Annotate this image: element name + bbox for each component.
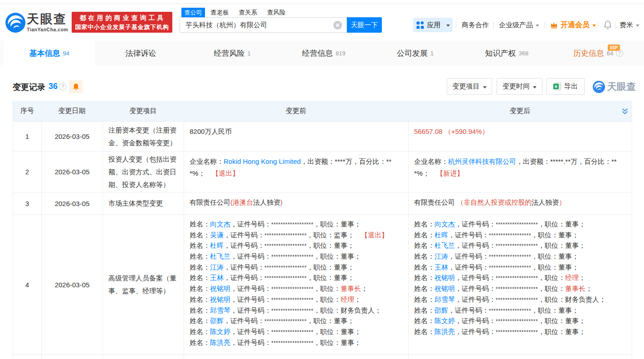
user-menu[interactable]: 费米 bbox=[620, 20, 639, 30]
row1-after: 56657.08 （+590.94%） bbox=[408, 122, 632, 151]
row4-before: 姓名：向文杰，证件号码：******************，职位：董事；姓名：… bbox=[184, 215, 408, 354]
table-row-2: 2 2026-03-05 投资人变更（包括出资额、出资方式、出资日期、投资人名称… bbox=[13, 152, 632, 192]
entity-link[interactable]: 王林 bbox=[434, 263, 448, 271]
text-segment: ，证件号码： bbox=[455, 241, 496, 249]
vip-menu[interactable]: 开通会员 bbox=[550, 20, 596, 30]
tab-basic-info[interactable]: 基本信息 94 bbox=[4, 41, 95, 65]
record-line: 姓名：王林，证件号码：******************，职位：董事； bbox=[190, 272, 403, 283]
entity-link[interactable]: 江涛 bbox=[210, 263, 224, 271]
entity-link[interactable]: Rokid Hong Kong Limited bbox=[224, 157, 301, 165]
company-nav-tabs: 基本信息 94 法律诉讼 经营风险 1 经营信息 819 公司发展 1 知识产权… bbox=[0, 41, 644, 65]
clear-search-icon[interactable] bbox=[333, 21, 342, 30]
entity-link[interactable]: 杭州灵伴科技有限公司 bbox=[448, 157, 516, 165]
entity-link[interactable]: 吴谦 bbox=[210, 231, 224, 239]
text-segment: ，职位：财务负责人； bbox=[313, 306, 381, 314]
tab-intellectual-property[interactable]: 知识产权 368 bbox=[461, 41, 552, 65]
row3-change-item: 市场主体类型变更 bbox=[102, 192, 184, 214]
row4-index: 4 bbox=[13, 215, 41, 354]
tab-history-info[interactable]: 历史信息 64 ? VIP bbox=[552, 41, 644, 65]
monitor-bell-button[interactable] bbox=[69, 80, 83, 93]
entity-link[interactable]: 祝铭明 bbox=[210, 285, 230, 292]
entity-link[interactable]: 邵辉 bbox=[210, 317, 224, 325]
enterprise-product-menu[interactable]: 企业级产品 bbox=[499, 20, 539, 30]
vip-badge: VIP bbox=[608, 44, 620, 51]
text-segment: ，职位：董事； bbox=[313, 328, 361, 335]
row2-before: 企业名称：Rokid Hong Kong Limited，出资额：****万，百… bbox=[184, 152, 408, 192]
text-segment: ****************** bbox=[489, 308, 531, 314]
vip-label: 开通会员 bbox=[561, 20, 590, 30]
text-segment: ****************** bbox=[271, 254, 313, 260]
text-segment: ，证件号码： bbox=[224, 263, 264, 271]
text-segment: ，职位：董事； bbox=[313, 252, 361, 260]
record-line: 姓名：邱雪琴，证件号码：******************，职位：财务负责人； bbox=[414, 294, 626, 305]
search-button[interactable]: 天眼一下 bbox=[347, 17, 382, 33]
entity-link[interactable]: 陈文婷 bbox=[434, 317, 455, 325]
entity-link[interactable]: 陈洪亮 bbox=[210, 339, 230, 346]
entity-link[interactable]: 杜飞兰 bbox=[210, 252, 230, 260]
text-segment: 姓名： bbox=[190, 317, 210, 325]
text-segment: ，职位：董事； bbox=[307, 241, 354, 249]
entity-link[interactable]: 王林 bbox=[210, 274, 224, 281]
text-segment: ，职位： bbox=[538, 285, 565, 292]
text-segment: 【新进】 bbox=[429, 169, 463, 177]
tab-operating-info-label: 经营信息 bbox=[302, 48, 333, 59]
text-segment: ，证件号码： bbox=[455, 317, 496, 325]
text-segment: ，职位： bbox=[313, 285, 341, 292]
section-help-icon[interactable]: ? bbox=[59, 83, 67, 90]
text-segment: 法人独资 bbox=[253, 198, 280, 206]
entity-link[interactable]: 邱雪琴 bbox=[434, 295, 455, 303]
business-coop-link[interactable]: 商务合作 bbox=[462, 20, 489, 30]
export-button[interactable]: 导出 bbox=[546, 78, 585, 95]
text-segment: ****************** bbox=[496, 329, 538, 335]
tab-intellectual-property-label: 知识产权 bbox=[485, 48, 516, 59]
entity-link[interactable]: 向文杰 bbox=[434, 220, 455, 228]
record-line: 56657.08 （+590.94%） bbox=[414, 126, 626, 138]
collapse-double-chevron-icon[interactable] bbox=[621, 108, 629, 115]
row1-before: 8200万人民币 bbox=[184, 122, 408, 151]
tab-legal[interactable]: 法律诉讼 bbox=[95, 41, 187, 65]
entity-link[interactable]: 陈文婷 bbox=[210, 328, 230, 335]
text-segment: ，职位：董事； bbox=[531, 231, 579, 239]
text-segment: ； bbox=[585, 285, 592, 292]
apps-menu[interactable]: 应用 bbox=[413, 18, 453, 32]
entity-link[interactable]: 祝铭明 bbox=[434, 274, 455, 281]
entity-link[interactable]: 杜飞兰 bbox=[434, 241, 455, 249]
record-line: 姓名：杜飞兰，证件号码：******************，职位：董事； bbox=[414, 240, 626, 251]
filter-change-time-caret-icon bbox=[533, 86, 537, 89]
section-count: 36 bbox=[49, 82, 58, 91]
search-input[interactable] bbox=[180, 21, 333, 30]
text-segment: 姓名： bbox=[414, 306, 434, 314]
search-tab-company[interactable]: 查公司 bbox=[181, 8, 205, 17]
notification-bell-icon[interactable] bbox=[603, 20, 612, 30]
tab-operating-info[interactable]: 经营信息 819 bbox=[278, 41, 370, 65]
text-segment: ****************** bbox=[264, 243, 307, 249]
entity-link[interactable]: 邱雪琴 bbox=[210, 306, 230, 314]
header-separator bbox=[456, 22, 456, 29]
filter-change-time-button[interactable]: 变更时间 bbox=[497, 78, 542, 95]
entity-link[interactable]: 陈洪亮 bbox=[434, 328, 455, 335]
tab-company-development-count: 1 bbox=[430, 50, 434, 57]
search-tab-risk[interactable]: 查风险 bbox=[267, 9, 286, 17]
search-tab-relation[interactable]: 查关系 bbox=[239, 9, 258, 17]
entity-link[interactable]: 江涛 bbox=[434, 252, 448, 260]
brand-logo-icon bbox=[5, 13, 25, 33]
text-segment: ****************** bbox=[496, 243, 538, 249]
text-segment: ****************** bbox=[264, 318, 307, 325]
tab-company-development[interactable]: 公司发展 1 bbox=[370, 41, 461, 65]
entity-link[interactable]: 祝铭明 bbox=[434, 285, 455, 292]
filter-change-item-button[interactable]: 变更项目 bbox=[447, 78, 492, 95]
text-segment: （非自然人投资或控股的 bbox=[457, 198, 532, 206]
entity-link[interactable]: 邵辉 bbox=[434, 306, 448, 314]
search-tab-boss[interactable]: 查老板 bbox=[210, 9, 229, 17]
text-segment: ****************** bbox=[271, 286, 313, 292]
tab-operating-risk[interactable]: 经营风险 1 bbox=[186, 41, 278, 65]
entity-link[interactable]: 祝铭明 bbox=[210, 295, 230, 303]
brand-logo[interactable]: 天眼查 TianYanCha.com bbox=[5, 13, 68, 33]
entity-link[interactable]: 杜晖 bbox=[434, 231, 448, 239]
record-line: 姓名：陈洪亮，证件号码：******************，职位：董事； bbox=[414, 326, 626, 337]
section-title: 变更记录 bbox=[13, 82, 45, 93]
text-segment: 企业名称： bbox=[414, 157, 448, 165]
text-segment: ，证件号码： bbox=[224, 317, 264, 325]
entity-link[interactable]: 杜晖 bbox=[210, 241, 224, 249]
entity-link[interactable]: 向文杰 bbox=[210, 220, 230, 228]
